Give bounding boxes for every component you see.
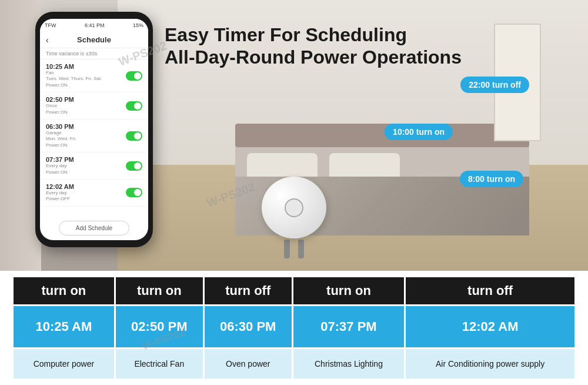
schedule-detail: GarageMon. Wed. Fri.Power:ON [46, 130, 76, 148]
table-header-cell: turn on [115, 277, 203, 306]
table-header-cell: turn on [292, 277, 405, 306]
schedule-detail: OncePower:ON [46, 103, 74, 115]
schedule-detail: FanTues. Wed. Thurs. Fri. Sat.Power:ON [46, 70, 102, 88]
table-time-cell: 06:30 PM [203, 306, 292, 349]
schedule-item: 02:50 PM OncePower:ON [40, 92, 148, 120]
phone-carrier: TFW [45, 22, 56, 28]
phone-time: 6:41 PM [85, 22, 105, 28]
table-header-cell: turn off [203, 277, 292, 306]
schedule-time: 12:02 AM [46, 183, 74, 190]
schedule-item: 07:37 PM Every dayPower:ON [40, 152, 148, 180]
table-label-cell: Christmas Lighting [292, 348, 405, 379]
table-label-cell: Air Conditioning power supply [405, 348, 576, 379]
timer-bubble-3: 8:00 turn on [460, 171, 523, 187]
time-row: 10:25 AM02:50 PM06:30 PM07:37 PM12:02 AM [13, 306, 576, 349]
schedule-time: 06:30 PM [46, 123, 76, 130]
table-label-cell: Computer power [13, 348, 115, 379]
timer-bubble-1: 22:00 turn off [460, 77, 529, 93]
main-title: Easy Timer For Scheduling All-Day-Round … [165, 24, 564, 69]
table-time-cell: 10:25 AM [13, 306, 115, 349]
schedule-time: 10:25 AM [46, 63, 102, 70]
back-button[interactable]: ‹ [46, 35, 49, 45]
schedule-item: 06:30 PM GarageMon. Wed. Fri.Power:ON [40, 120, 148, 152]
toggle-switch[interactable] [126, 161, 142, 171]
title-area: Easy Timer For Scheduling All-Day-Round … [165, 24, 564, 69]
table-time-cell: 12:02 AM [405, 306, 576, 349]
table-header-cell: turn off [405, 277, 576, 306]
screen-title: Schedule [77, 35, 111, 44]
table-time-cell: 07:37 PM [292, 306, 405, 349]
schedule-time: 02:50 PM [46, 96, 74, 103]
schedule-detail: Every dayPower:ON [46, 163, 74, 175]
toggle-switch[interactable] [126, 131, 142, 141]
toggle-switch[interactable] [126, 101, 142, 111]
schedule-summary-section: turn onturn onturn offturn onturn off 10… [0, 271, 588, 385]
smart-plug-device [259, 177, 329, 259]
schedule-time: 07:37 PM [46, 156, 74, 163]
variance-text: Time variance is ±30s [40, 48, 148, 59]
schedule-item: 12:02 AM Every dayPower:OFF [40, 180, 148, 207]
phone-battery: 15% [133, 22, 143, 28]
table-label-cell: Electrical Fan [115, 348, 203, 379]
table-time-cell: 02:50 PM [115, 306, 203, 349]
table-header-row: turn onturn onturn offturn onturn off [13, 277, 576, 306]
schedule-list: 10:25 AM FanTues. Wed. Thurs. Fri. Sat.P… [40, 59, 148, 216]
table-header-cell: turn on [13, 277, 115, 306]
timer-bubble-2: 10:00 turn on [385, 124, 453, 140]
schedule-table: turn onturn onturn offturn onturn off 10… [12, 276, 576, 380]
schedule-item: 10:25 AM FanTues. Wed. Thurs. Fri. Sat.P… [40, 59, 148, 92]
add-schedule-button[interactable]: Add Schedule [59, 221, 129, 235]
phone-mockup: TFW 6:41 PM 15% ‹ Schedule Time variance… [35, 12, 153, 247]
table-label-cell: Oven power [203, 348, 292, 379]
label-row: Computer powerElectrical FanOven powerCh… [13, 348, 576, 379]
toggle-switch[interactable] [126, 188, 142, 197]
schedule-detail: Every dayPower:OFF [46, 190, 74, 203]
toggle-switch[interactable] [126, 71, 142, 81]
